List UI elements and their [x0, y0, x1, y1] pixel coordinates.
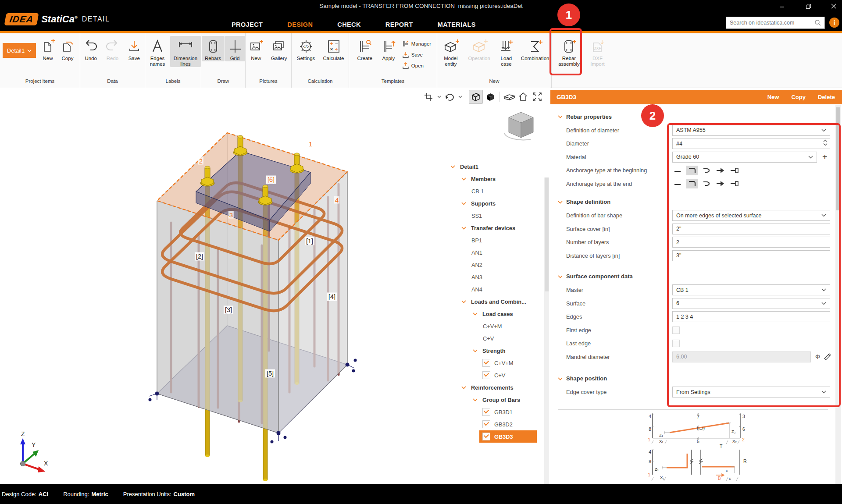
navigation-cube[interactable] — [504, 112, 533, 140]
tree-item-bp1[interactable]: BP1 — [446, 234, 544, 246]
svg-text:0=9: 0=9 — [697, 426, 705, 431]
anchorage-end-label: Anchorage type at the end — [566, 181, 672, 187]
annotation-step-2: 2 — [641, 104, 664, 127]
tree-item-members[interactable]: Members — [446, 173, 544, 185]
tree-item-reinforcements[interactable]: Reinforcements — [446, 381, 544, 394]
template-manager-button[interactable]: Manager — [400, 39, 433, 48]
calculate-button[interactable]: +−×÷ Calculate — [320, 36, 348, 61]
dxf-import-button[interactable]: DXF DXF Import — [585, 36, 611, 67]
undo-button[interactable]: Undo — [80, 36, 101, 61]
rotate-view-button[interactable] — [443, 90, 456, 103]
apply-template-button[interactable]: Apply — [377, 36, 400, 61]
tree-item-an1[interactable]: AN1 — [446, 246, 544, 259]
annotation-box-2 — [667, 123, 841, 407]
panel-copy-button[interactable]: Copy — [791, 94, 806, 100]
info-icon[interactable]: i — [829, 18, 839, 28]
edge-number-2[interactable]: 2 — [198, 157, 203, 165]
combination-button[interactable]: Combination — [519, 36, 551, 61]
ribbon-group-pictures: New Gallery Pictures — [246, 33, 292, 88]
group-label-rebar — [552, 78, 613, 88]
open-small-icon — [402, 62, 409, 69]
menu-check[interactable]: CHECK — [325, 18, 373, 32]
panel-delete-button[interactable]: Delete — [818, 94, 835, 100]
load-case-button[interactable]: Load case — [494, 36, 519, 67]
number-of-layers-label: Number of layers — [566, 239, 672, 245]
panel-new-button[interactable]: New — [767, 94, 779, 100]
ribbon: Detail1 New Copy Project items Undo — [0, 33, 842, 88]
new-picture-button[interactable]: New — [246, 36, 267, 61]
checkbox[interactable] — [482, 433, 490, 440]
tree-item-strength-cvm[interactable]: C+V+M — [446, 357, 544, 369]
rotate-options-chevron[interactable] — [457, 90, 463, 103]
redo-button[interactable]: Redo — [102, 36, 123, 61]
template-open-button[interactable]: Open — [400, 61, 433, 70]
tree-item-strength-cv[interactable]: C+V — [446, 369, 544, 381]
model-entity-button[interactable]: Model entity — [437, 36, 464, 67]
search-input[interactable] — [726, 20, 814, 26]
tree-item-cv[interactable]: C+V — [446, 332, 544, 344]
tree-item-loads[interactable]: Loads and Combin... — [446, 295, 544, 308]
viewport-3d[interactable]: Z Y X 1 2 3 4 [1] [2] [3] [4] [5] [6] — [0, 88, 550, 484]
svg-text:Z₁: Z₁ — [659, 433, 663, 437]
rebars-button[interactable]: Rebars — [202, 36, 225, 61]
operation-button[interactable]: Operation — [465, 36, 494, 61]
tree-item-gb3d1[interactable]: GB3D1 — [446, 406, 544, 418]
tree-item-detail1[interactable]: Detail1 — [446, 160, 544, 173]
tree-item-gb3d3-selected[interactable]: GB3D3 — [479, 430, 537, 443]
home-view-button[interactable] — [517, 90, 530, 103]
section-rebar-properties[interactable]: Rebar properties — [550, 110, 835, 124]
wireframe-view-button[interactable] — [469, 90, 483, 104]
tree-item-gb3d2[interactable]: GB3D2 — [446, 418, 544, 430]
project-item-selector[interactable]: Detail1 — [3, 43, 36, 58]
checkbox[interactable] — [482, 371, 490, 379]
tree-item-load-cases[interactable]: Load cases — [446, 308, 544, 320]
copy-project-item-button[interactable]: Copy — [58, 36, 77, 61]
ribbon-group-data: Undo Redo Save Data — [80, 33, 145, 88]
edge-number-3[interactable]: 3 — [228, 211, 234, 219]
restore-button[interactable] — [802, 2, 815, 11]
tree-scrollbar[interactable] — [544, 177, 549, 504]
grid-button[interactable]: Grid — [225, 36, 245, 61]
menu-materials[interactable]: MATERIALS — [425, 18, 488, 32]
template-arrow-up-icon — [380, 38, 397, 55]
dimension-lines-button[interactable]: Dimension lines — [170, 36, 201, 67]
settings-button[interactable]: </> Settings — [293, 36, 319, 61]
logo-statica-text: StatiCa® — [41, 14, 77, 25]
tree-item-group-of-bars[interactable]: Group of Bars — [446, 394, 544, 406]
menu-report[interactable]: REPORT — [373, 18, 425, 32]
tree-item-strength[interactable]: Strength — [446, 344, 544, 357]
tree-item-supports[interactable]: Supports — [446, 197, 544, 209]
section-view-button[interactable] — [503, 90, 516, 103]
tree-item-cb1[interactable]: CB 1 — [446, 185, 544, 197]
edge-number-4[interactable]: 4 — [334, 196, 339, 204]
crop-view-button[interactable] — [422, 90, 435, 103]
edges-names-button[interactable]: Edges names — [145, 36, 170, 67]
minimize-button[interactable] — [775, 2, 788, 11]
menu-project[interactable]: PROJECT — [219, 18, 275, 32]
edge-number-1[interactable]: 1 — [308, 140, 313, 148]
solid-view-button[interactable] — [484, 90, 497, 103]
checkbox[interactable] — [482, 359, 490, 367]
menu-design[interactable]: DESIGN — [275, 18, 325, 32]
tree-item-cvm[interactable]: C+V+M — [446, 320, 544, 332]
tree-scrollbar-thumb[interactable] — [545, 177, 549, 291]
close-button[interactable] — [827, 2, 840, 11]
tree-item-ss1[interactable]: SS1 — [446, 209, 544, 222]
tree-item-transfer-devices[interactable]: Transfer devices — [446, 222, 544, 234]
tree-item-an2[interactable]: AN2 — [446, 259, 544, 271]
tree-item-an3[interactable]: AN3 — [446, 271, 544, 283]
search-box[interactable] — [726, 17, 825, 29]
crop-options-chevron[interactable] — [436, 90, 442, 103]
new-project-item-button[interactable]: New — [38, 36, 57, 61]
dxf-document-icon: DXF — [589, 38, 607, 55]
ribbon-group-draw: Rebars Grid Draw — [201, 33, 246, 88]
chevron-down-icon — [558, 275, 563, 278]
zoom-extents-button[interactable] — [531, 90, 544, 103]
gallery-button[interactable]: Gallery — [267, 36, 291, 61]
tree-item-an4[interactable]: AN4 — [446, 283, 544, 295]
create-template-button[interactable]: Create — [353, 36, 377, 61]
template-save-button[interactable]: Save — [400, 50, 433, 59]
checkbox[interactable] — [482, 408, 490, 416]
checkbox[interactable] — [482, 420, 490, 428]
save-button[interactable]: Save — [124, 36, 145, 61]
